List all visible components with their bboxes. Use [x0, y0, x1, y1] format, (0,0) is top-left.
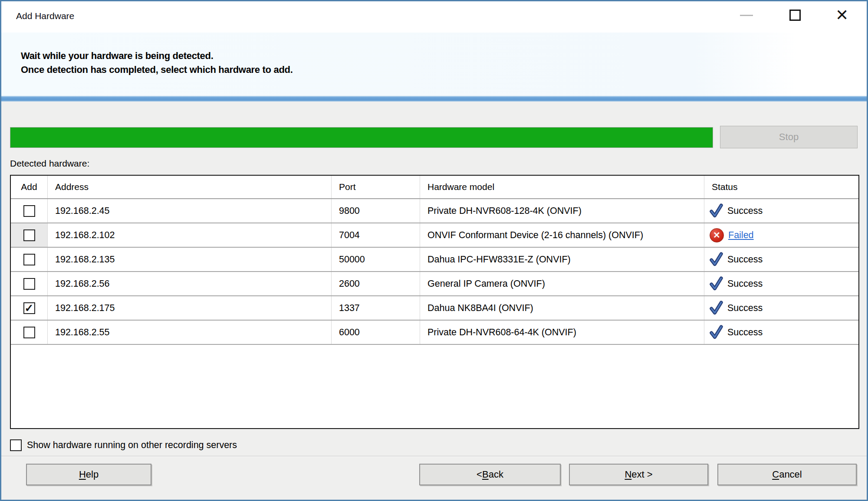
- port-cell: 2600: [332, 272, 420, 295]
- table-row[interactable]: 192.168.2.102 7004 ONVIF Conformant Devi…: [11, 223, 858, 248]
- table-row[interactable]: 192.168.2.135 50000 Dahua IPC-HFW8331E-Z…: [11, 248, 858, 272]
- status-cell: Success: [704, 321, 858, 344]
- add-cell: [11, 199, 48, 223]
- minimize-icon: [740, 15, 753, 16]
- table-header-row: Add Address Port Hardware model Status: [11, 176, 858, 199]
- row-checkbox[interactable]: [23, 327, 35, 338]
- column-header-port: Port: [332, 176, 420, 198]
- close-icon: ✕: [835, 7, 848, 23]
- status-cell: ✕ Failed: [704, 223, 858, 247]
- table-row[interactable]: 192.168.2.45 9800 Private DH-NVR608-128-…: [11, 199, 858, 223]
- instruction-line-2: Once detection has completed, select whi…: [21, 63, 293, 77]
- table-row[interactable]: 192.168.2.56 2600 General IP Camera (ONV…: [11, 272, 858, 296]
- status-text: Success: [727, 278, 763, 289]
- title-bar: Add Hardware ✕: [1, 1, 867, 33]
- address-cell: 192.168.2.135: [48, 248, 332, 271]
- help-button[interactable]: Help: [26, 464, 151, 485]
- minimize-button[interactable]: [734, 1, 759, 29]
- row-checkbox[interactable]: [23, 205, 35, 217]
- model-cell: Dahua NK8BA4I (ONVIF): [420, 296, 704, 320]
- add-cell: [11, 223, 48, 247]
- instruction-line-1: Wait while your hardware is being detect…: [21, 49, 293, 63]
- add-cell: ✓: [11, 296, 48, 320]
- progress-fill: [10, 128, 713, 147]
- show-other-servers-checkbox[interactable]: [10, 439, 22, 451]
- status-cell: Success: [704, 248, 858, 271]
- window-title: Add Hardware: [16, 11, 74, 21]
- address-cell: 192.168.2.175: [48, 296, 332, 320]
- check-glyph: ✓: [25, 303, 34, 314]
- table-row[interactable]: 192.168.2.55 6000 Private DH-NVR608-64-4…: [11, 321, 858, 345]
- status-cell: Success: [704, 199, 858, 223]
- table-row[interactable]: ✓ 192.168.2.175 1337 Dahua NK8BA4I (ONVI…: [11, 296, 858, 321]
- port-cell: 7004: [332, 223, 420, 247]
- success-check-icon: [710, 203, 723, 218]
- add-cell: [11, 248, 48, 271]
- column-header-add: Add: [11, 176, 48, 198]
- row-checkbox[interactable]: [23, 229, 35, 241]
- column-header-address: Address: [48, 176, 332, 198]
- model-cell: Private DH-NVR608-64-4K (ONVIF): [420, 321, 704, 344]
- add-hardware-dialog: Add Hardware ✕ Wait while your hardware …: [0, 0, 868, 501]
- port-cell: 50000: [332, 248, 420, 271]
- status-text: Success: [727, 327, 763, 338]
- detection-progress-bar: [10, 127, 713, 148]
- close-button[interactable]: ✕: [829, 1, 855, 29]
- cancel-button[interactable]: Cancel: [717, 464, 857, 485]
- row-checkbox[interactable]: ✓: [23, 302, 35, 314]
- address-cell: 192.168.2.102: [48, 223, 332, 247]
- model-cell: General IP Camera (ONVIF): [420, 272, 704, 295]
- status-text: Success: [727, 303, 763, 314]
- back-button[interactable]: < Back: [419, 464, 561, 485]
- port-cell: 9800: [332, 199, 420, 223]
- footer-separator: [1, 456, 867, 457]
- column-header-model: Hardware model: [420, 176, 704, 198]
- maximize-button[interactable]: [783, 1, 808, 29]
- status-text: Success: [727, 206, 763, 216]
- address-cell: 192.168.2.56: [48, 272, 332, 295]
- address-cell: 192.168.2.55: [48, 321, 332, 344]
- success-check-icon: [710, 301, 723, 315]
- detected-hardware-table: Add Address Port Hardware model Status 1…: [10, 175, 859, 429]
- success-check-icon: [710, 325, 723, 340]
- success-check-icon: [710, 252, 723, 267]
- model-cell: Dahua IPC-HFW8331E-Z (ONVIF): [420, 248, 704, 271]
- model-cell: ONVIF Conformant Device (2-16 channels) …: [420, 223, 704, 247]
- wizard-header: Wait while your hardware is being detect…: [1, 33, 867, 96]
- status-cell: Success: [704, 272, 858, 295]
- next-button[interactable]: Next >: [569, 464, 708, 485]
- address-cell: 192.168.2.45: [48, 199, 332, 223]
- status-cell: Success: [704, 296, 858, 320]
- row-checkbox[interactable]: [23, 278, 35, 290]
- success-check-icon: [710, 276, 723, 291]
- add-cell: [11, 321, 48, 344]
- wizard-instructions: Wait while your hardware is being detect…: [21, 49, 293, 77]
- failed-link[interactable]: Failed: [728, 230, 754, 241]
- detected-hardware-label: Detected hardware:: [10, 158, 89, 169]
- row-checkbox[interactable]: [23, 254, 35, 265]
- show-other-servers-row: Show hardware running on other recording…: [10, 439, 237, 451]
- model-cell: Private DH-NVR608-128-4K (ONVIF): [420, 199, 704, 223]
- error-icon: ✕: [710, 228, 724, 242]
- header-separator: [1, 96, 867, 102]
- maximize-icon: [789, 10, 801, 21]
- add-cell: [11, 272, 48, 295]
- stop-button[interactable]: Stop: [720, 126, 858, 148]
- column-header-status: Status: [704, 176, 858, 198]
- port-cell: 6000: [332, 321, 420, 344]
- port-cell: 1337: [332, 296, 420, 320]
- status-text: Success: [727, 254, 763, 265]
- show-other-servers-label[interactable]: Show hardware running on other recording…: [27, 440, 237, 451]
